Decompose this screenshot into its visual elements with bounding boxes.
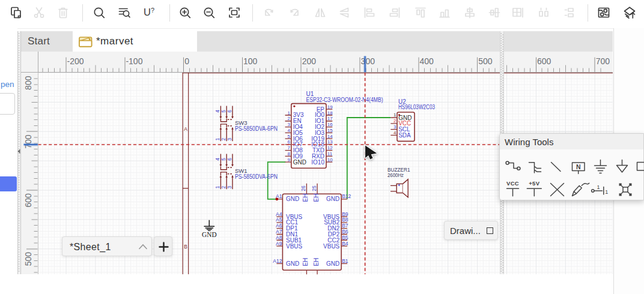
svg-text:N: N: [576, 163, 581, 170]
svg-text:1: 1: [605, 189, 608, 195]
svg-text:VCC: VCC: [506, 180, 519, 187]
svg-text:+5V: +5V: [529, 180, 539, 187]
svg-text:1: 1: [597, 184, 600, 190]
